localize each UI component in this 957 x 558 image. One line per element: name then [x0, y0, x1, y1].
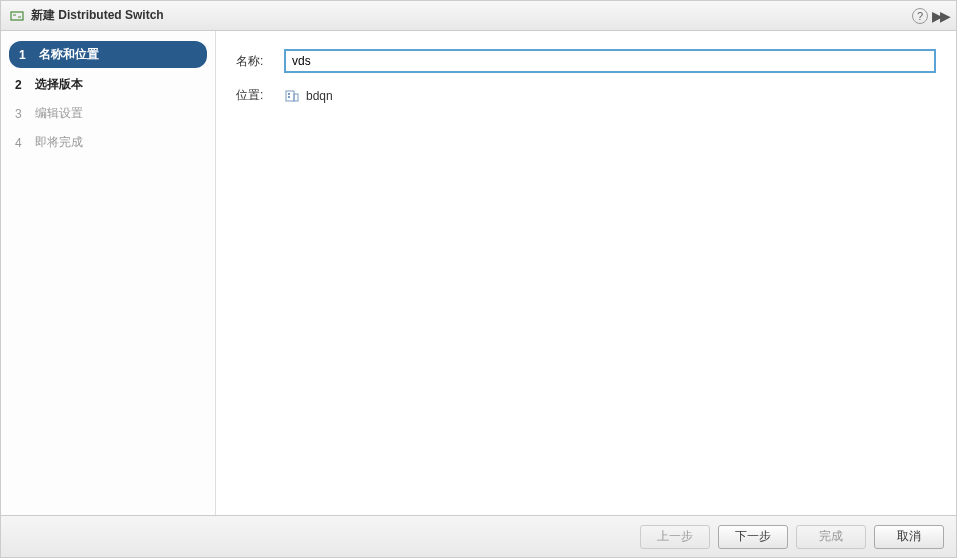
- step-number: 4: [15, 136, 27, 150]
- step-label: 即将完成: [35, 134, 83, 151]
- step-number: 1: [19, 48, 31, 62]
- finish-button: 完成: [796, 525, 866, 549]
- step-edit-settings: 3 编辑设置: [1, 99, 215, 128]
- step-ready-complete: 4 即将完成: [1, 128, 215, 157]
- svg-rect-5: [288, 93, 290, 95]
- svg-rect-6: [288, 96, 290, 98]
- location-label: 位置:: [236, 87, 284, 104]
- svg-rect-0: [11, 12, 23, 20]
- step-select-version[interactable]: 2 选择版本: [1, 70, 215, 99]
- step-number: 3: [15, 107, 27, 121]
- content-area: 1 名称和位置 2 选择版本 3 编辑设置 4 即将完成 名称: 位置:: [1, 31, 956, 515]
- help-icon[interactable]: ?: [912, 8, 928, 24]
- cancel-button[interactable]: 取消: [874, 525, 944, 549]
- svg-rect-4: [294, 94, 298, 101]
- wizard-sidebar: 1 名称和位置 2 选择版本 3 编辑设置 4 即将完成: [1, 31, 216, 515]
- expand-icon[interactable]: ▶▶: [932, 8, 948, 24]
- window-title: 新建 Distributed Switch: [31, 7, 912, 24]
- name-row: 名称:: [236, 49, 936, 73]
- datacenter-icon: [284, 88, 300, 104]
- name-label: 名称:: [236, 53, 284, 70]
- switch-icon: [9, 8, 25, 24]
- step-label: 名称和位置: [39, 46, 99, 63]
- titlebar: 新建 Distributed Switch ? ▶▶: [1, 1, 956, 31]
- next-button[interactable]: 下一步: [718, 525, 788, 549]
- location-text: bdqn: [306, 89, 333, 103]
- titlebar-actions: ? ▶▶: [912, 8, 948, 24]
- location-row: 位置: bdqn: [236, 87, 936, 104]
- location-value: bdqn: [284, 88, 333, 104]
- main-panel: 名称: 位置: bdqn: [216, 31, 956, 515]
- wizard-footer: 上一步 下一步 完成 取消: [1, 515, 956, 557]
- name-input[interactable]: [284, 49, 936, 73]
- step-label: 选择版本: [35, 76, 83, 93]
- step-name-location[interactable]: 1 名称和位置: [9, 41, 207, 68]
- back-button: 上一步: [640, 525, 710, 549]
- step-label: 编辑设置: [35, 105, 83, 122]
- step-number: 2: [15, 78, 27, 92]
